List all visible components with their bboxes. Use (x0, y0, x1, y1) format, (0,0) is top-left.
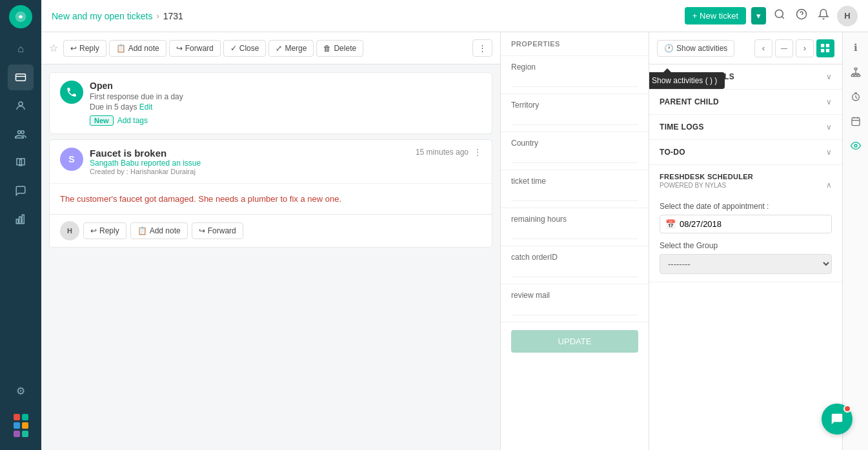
chat-icon[interactable] (8, 178, 34, 204)
forward-icon: ↪ (176, 44, 183, 53)
svg-point-9 (775, 10, 783, 17)
status-info: Open First response due in a day Due in … (90, 81, 183, 126)
group-label: Select the Group (660, 241, 832, 250)
calendar-icon: 📅 (665, 219, 676, 229)
info-icon[interactable]: ℹ (845, 37, 866, 58)
right-panel-content: CONTACT DETAILS ∨ PARENT CHILD ∨ TIME LO… (649, 64, 842, 450)
new-ticket-dropdown-button[interactable]: ▾ (751, 7, 766, 24)
ticket-time-input[interactable] (511, 188, 638, 201)
date-input[interactable] (680, 219, 826, 229)
svg-rect-19 (854, 75, 857, 77)
svg-rect-13 (821, 44, 824, 47)
reply-button[interactable]: ↩ Reply (63, 40, 106, 57)
message-time: 15 minutes ago ⋮ (416, 148, 481, 157)
app-logo[interactable] (9, 5, 32, 28)
contacts-icon[interactable] (8, 93, 34, 119)
nav-next-button[interactable]: › (796, 39, 814, 57)
review-mail-input[interactable] (511, 302, 638, 315)
message-meta: Faucet is broken Sangath Babu reported a… (90, 148, 409, 175)
todo-title: TO-DO (660, 148, 685, 157)
settings-icon[interactable]: ⚙ (8, 378, 34, 404)
author-name[interactable]: Sangath Babu (90, 159, 139, 168)
home-icon[interactable]: ⌂ (8, 36, 34, 62)
date-label: Select the date of appointment : (660, 202, 832, 211)
eye-side-icon[interactable] (845, 135, 866, 156)
first-response-due: First response due in a day (90, 92, 183, 101)
time-logs-chevron: ∨ (826, 122, 832, 132)
message-add-note-button[interactable]: 📋 Add note (130, 222, 188, 239)
new-ticket-button[interactable]: + New ticket (685, 7, 746, 24)
country-input[interactable] (511, 150, 638, 163)
app-grid[interactable] (11, 411, 31, 440)
forward-button[interactable]: ↪ Forward (169, 40, 221, 57)
territory-label: Territory (511, 101, 638, 110)
scheduler-chevron[interactable]: ∧ (826, 181, 832, 190)
nav-prev-button[interactable]: ‹ (754, 39, 772, 57)
chat-bubble[interactable] (822, 404, 853, 435)
ticket-icon[interactable] (8, 64, 34, 90)
territory-input[interactable] (511, 112, 638, 125)
delete-icon: 🗑 (323, 44, 331, 53)
nav-grid-button[interactable] (816, 39, 834, 57)
reply-user-avatar: H (60, 221, 79, 240)
message-reply-button[interactable]: ↩ Reply (83, 222, 126, 239)
todo-section[interactable]: TO-DO ∨ (649, 140, 842, 165)
show-activities-container: 🕐 Show activities Show activities ( ) ) (657, 40, 734, 57)
ticket-id: 1731 (163, 11, 183, 21)
time-logs-section[interactable]: TIME LOGS ∨ (649, 115, 842, 140)
new-tag: New (90, 115, 114, 126)
user-avatar[interactable]: H (837, 6, 858, 26)
breadcrumb-link[interactable]: New and my open tickets (52, 11, 152, 21)
top-bar: New and my open tickets › 1731 + New tic… (41, 0, 868, 32)
svg-rect-15 (821, 48, 824, 52)
add-tags-link[interactable]: Add tags (117, 116, 148, 125)
add-note-label: Add note (128, 44, 159, 53)
breadcrumb-separator: › (156, 11, 159, 21)
scheduler-title: FRESHDESK SCHEDULER (660, 173, 753, 181)
parent-child-section[interactable]: PARENT CHILD ∨ (649, 90, 842, 115)
update-button[interactable]: UPDATE (511, 330, 638, 353)
todo-chevron: ∨ (826, 148, 832, 157)
message-forward-button[interactable]: ↪ Forward (192, 222, 243, 239)
star-button[interactable]: ☆ (49, 42, 58, 54)
help-icon[interactable] (793, 6, 810, 26)
book-icon[interactable] (8, 150, 34, 175)
reply-label: Reply (79, 44, 99, 53)
note-icon: 📋 (116, 44, 126, 53)
svg-point-4 (18, 131, 21, 134)
catch-order-input[interactable] (511, 264, 638, 277)
region-field: Region (501, 56, 649, 94)
notification-icon[interactable] (815, 6, 832, 26)
reply-icon: ↩ (70, 44, 77, 53)
due-date: Due in 5 days Edit (90, 103, 183, 112)
show-activities-button[interactable]: 🕐 Show activities (657, 40, 734, 57)
svg-rect-27 (852, 118, 860, 126)
hierarchy-icon[interactable] (845, 62, 866, 83)
calendar-side-icon[interactable] (845, 111, 866, 132)
message-options-icon[interactable]: ⋮ (474, 148, 481, 157)
region-label: Region (511, 63, 638, 72)
svg-rect-1 (16, 74, 26, 81)
nav-dots-button[interactable]: — (775, 39, 793, 57)
svg-rect-6 (16, 219, 18, 224)
search-icon[interactable] (771, 6, 788, 26)
add-note-button[interactable]: 📋 Add note (109, 40, 167, 57)
more-options-button[interactable]: ⋮ (472, 39, 492, 57)
group-select[interactable]: -------- (660, 254, 832, 274)
chat-notification-dot (843, 405, 851, 413)
time-logs-title: TIME LOGS (660, 122, 704, 132)
status-card: Open First response due in a day Due in … (49, 72, 492, 134)
country-label: Country (511, 139, 638, 148)
ticket-time-label: ticket time (511, 177, 638, 186)
close-button[interactable]: ✓ Close (223, 40, 267, 57)
delete-button[interactable]: 🗑 Delete (316, 40, 363, 57)
date-input-group: 📅 (660, 215, 832, 233)
region-input[interactable] (511, 74, 638, 87)
remaining-hours-input[interactable] (511, 226, 638, 239)
timer-icon[interactable] (845, 86, 866, 107)
reports-icon[interactable] (8, 206, 34, 232)
status-avatar (60, 81, 83, 104)
edit-link[interactable]: Edit (139, 103, 153, 112)
merge-button[interactable]: ⤢ Merge (268, 40, 314, 57)
group-icon[interactable] (8, 121, 34, 147)
